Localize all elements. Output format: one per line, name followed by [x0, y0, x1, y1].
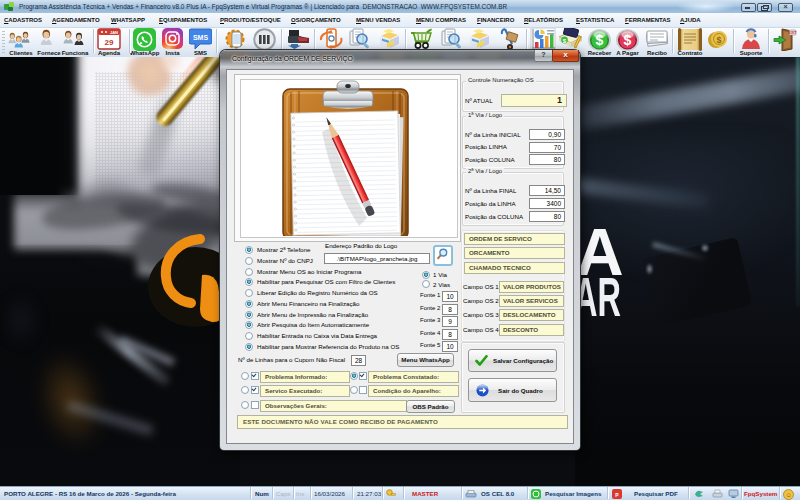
svg-text:☺: ☺ [785, 492, 791, 498]
svg-text:29: 29 [105, 38, 114, 47]
svg-text:$: $ [624, 32, 632, 48]
svg-text:SMS: SMS [193, 34, 209, 41]
svg-text:EXIT: EXIT [789, 31, 797, 35]
svg-text:$: $ [716, 35, 721, 45]
svg-text:$: $ [596, 32, 604, 48]
svg-text:JAN: JAN [110, 30, 118, 35]
